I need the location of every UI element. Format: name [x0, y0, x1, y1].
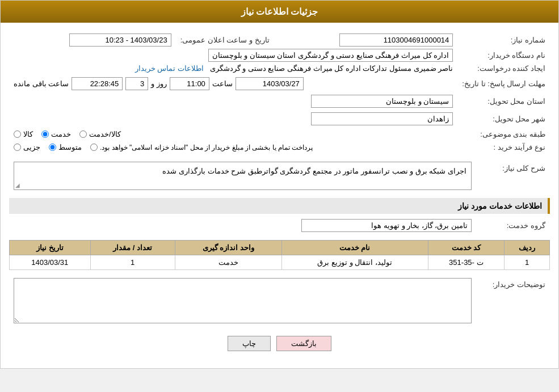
cell-quantity: 1 [90, 255, 175, 270]
description-label: شرح کلی نیاز: [476, 159, 550, 192]
group-row: گروه خدمت: تامین برق، گاز، بخار و تهویه … [9, 217, 550, 234]
city-value: زاهدان [9, 110, 457, 128]
cell-name: تولید، انتقال و توزیع برق [281, 255, 428, 270]
col-unit: واحد اندازه گیری [175, 241, 281, 255]
need-number-input: 1103004691000014 [339, 33, 453, 47]
row-purchase-type: نوع فرآیند خرید : پرداخت تمام یا بخشی از… [9, 141, 550, 154]
buyer-name-input: اداره کل میراث فرهنگی صنایع دستی و گردشگ… [208, 49, 453, 62]
category-label: طبقه بندی موضوعی: [457, 128, 550, 141]
description-row: شرح کلی نیاز: اجرای شبکه برق و نصب ترانس… [9, 159, 550, 192]
row-need-number: شماره نیاز: 1103004691000014 تاریخ و ساع… [9, 31, 550, 49]
purchase-motavasset-label: متوسط [58, 143, 82, 151]
need-number-label: شماره نیاز: [457, 31, 550, 49]
col-code: کد خدمت [428, 241, 505, 255]
response-time-label: ساعت [212, 79, 233, 88]
page-title: جزئیات اطلاعات نیاز [241, 7, 318, 16]
purchase-tamam-label: پرداخت تمام یا بخشی از مبلغ خریدار از مح… [100, 144, 313, 151]
buyer-desc-area [9, 276, 476, 327]
announce-datetime-value: 1403/03/23 - 10:23 [9, 31, 176, 49]
resize-icon: ◢ [15, 182, 20, 188]
purchase-jozi-label: جزیی [23, 143, 40, 151]
response-deadline-label: مهلت ارسال پاسخ: تا تاریخ: [457, 75, 550, 92]
col-row: ردیف [505, 241, 550, 255]
response-date-input: 1403/03/27 [236, 77, 304, 90]
description-value: اجرای شبکه برق و نصب ترانسفور ماتور در م… [9, 159, 476, 192]
response-time-input: 11:00 [170, 77, 209, 90]
purchase-motavasset-radio[interactable] [49, 144, 56, 151]
row-creator: ایجاد کننده درخواست: ناصر ضمیری مسئول تد… [9, 62, 550, 75]
city-label: شهر محل تحویل: [457, 110, 550, 128]
print-button[interactable]: چاپ [228, 336, 271, 351]
description-text: اجرای شبکه برق و نصب ترانسفور ماتور در م… [162, 167, 466, 175]
category-kala-khadamat[interactable]: کالا/خدمت [79, 130, 121, 138]
buyer-desc-table: توضیحات خریدار: [9, 276, 550, 327]
announce-datetime-input: 1403/03/23 - 10:23 [69, 33, 171, 47]
group-table: گروه خدمت: تامین برق، گاز، بخار و تهویه … [9, 217, 550, 234]
category-kala-radio[interactable] [14, 130, 21, 138]
services-section-header: اطلاعات خدمات مورد نیاز [9, 198, 550, 214]
group-label: گروه خدمت: [476, 217, 550, 234]
category-kala-label: کالا [23, 130, 33, 138]
description-table: شرح کلی نیاز: اجرای شبکه برق و نصب ترانس… [9, 159, 550, 192]
buyer-name-value: اداره کل میراث فرهنگی صنایع دستی و گردشگ… [9, 49, 457, 62]
category-khadamat-radio[interactable] [41, 130, 49, 138]
contact-link[interactable]: اطلاعات تماس خریدار [135, 64, 204, 73]
description-box: اجرای شبکه برق و نصب ترانسفور ماتور در م… [14, 162, 472, 190]
cell-date: 1403/03/31 [10, 255, 91, 270]
button-bar: بازگشت چاپ [9, 336, 550, 360]
purchase-tamam-radio[interactable] [90, 144, 98, 151]
services-table-header-row: ردیف کد خدمت نام خدمت واحد اندازه گیری ت… [10, 241, 550, 255]
back-button[interactable]: بازگشت [276, 336, 331, 351]
row-city: شهر محل تحویل: زاهدان [9, 110, 550, 128]
province-input: سیستان و بلوچستان [311, 95, 453, 108]
response-remaining-input: 22:28:45 [72, 77, 123, 90]
creator-value: ناصر ضمیری مسئول تدارکات اداره کل میراث … [9, 62, 457, 75]
content-area: شماره نیاز: 1103004691000014 تاریخ و ساع… [1, 23, 558, 368]
category-khadamat-label: خدمت [51, 130, 71, 138]
province-value: سیستان و بلوچستان [9, 92, 457, 110]
group-input: تامین برق، گاز، بخار و تهویه هوا [301, 219, 472, 232]
services-table: ردیف کد خدمت نام خدمت واحد اندازه گیری ت… [9, 240, 550, 270]
buyer-name-label: نام دستگاه خریدار: [457, 49, 550, 62]
group-value: تامین برق، گاز، بخار و تهویه هوا [9, 217, 476, 234]
category-kala-khadamat-label: کالا/خدمت [89, 130, 121, 138]
province-label: استان محل تحویل: [457, 92, 550, 110]
buyer-desc-label: توضیحات خریدار: [476, 276, 550, 327]
row-province: استان محل تحویل: سیستان و بلوچستان [9, 92, 550, 110]
purchase-type-label: نوع فرآیند خرید : [457, 141, 550, 154]
purchase-jozi[interactable]: جزیی [14, 143, 40, 151]
page-header: جزئیات اطلاعات نیاز [1, 1, 558, 23]
info-table: شماره نیاز: 1103004691000014 تاریخ و ساع… [9, 31, 550, 154]
purchase-type-options: پرداخت تمام یا بخشی از مبلغ خریدار از مح… [9, 141, 457, 154]
cell-row: 1 [505, 255, 550, 270]
city-input: زاهدان [311, 112, 453, 125]
category-kala[interactable]: کالا [14, 130, 33, 138]
table-row: 1 ت -35-351 تولید، انتقال و توزیع برق خد… [10, 255, 550, 270]
response-remaining-label: ساعت باقی مانده [14, 79, 69, 88]
category-kala-khadamat-radio[interactable] [79, 130, 87, 138]
response-days-input: 3 [125, 77, 148, 90]
row-category: طبقه بندی موضوعی: کالا/خدمت خدمت کالا [9, 128, 550, 141]
category-options: کالا/خدمت خدمت کالا [9, 128, 457, 141]
purchase-motavasset[interactable]: متوسط [49, 143, 82, 151]
announce-datetime-label: تاریخ و ساعت اعلان عمومی: [176, 31, 274, 49]
response-days-label: روز و [151, 79, 167, 88]
main-container: جزئیات اطلاعات نیاز شماره نیاز: 11030046… [0, 0, 559, 369]
buyer-desc-row: توضیحات خریدار: [9, 276, 550, 327]
creator-label: ایجاد کننده درخواست: [457, 62, 550, 75]
col-quantity: تعداد / مقدار [90, 241, 175, 255]
creator-text: ناصر ضمیری مسئول تدارکات اداره کل میراث … [210, 64, 453, 73]
purchase-tamam[interactable]: پرداخت تمام یا بخشی از مبلغ خریدار از مح… [90, 144, 313, 151]
cell-unit: خدمت [175, 255, 281, 270]
purchase-jozi-radio[interactable] [14, 144, 21, 151]
col-date: تاریخ نیاز [10, 241, 91, 255]
need-number-value: 1103004691000014 [274, 31, 458, 49]
cell-code: ت -35-351 [428, 255, 505, 270]
category-khadamat[interactable]: خدمت [41, 130, 71, 138]
response-deadline-row: 1403/03/27 ساعت 11:00 روز و 3 22:28:45 س… [9, 75, 457, 92]
buyer-desc-textarea[interactable] [14, 278, 472, 323]
row-response-deadline: مهلت ارسال پاسخ: تا تاریخ: 1403/03/27 سا… [9, 75, 550, 92]
row-buyer-name: نام دستگاه خریدار: اداره کل میراث فرهنگی… [9, 49, 550, 62]
col-name: نام خدمت [281, 241, 428, 255]
